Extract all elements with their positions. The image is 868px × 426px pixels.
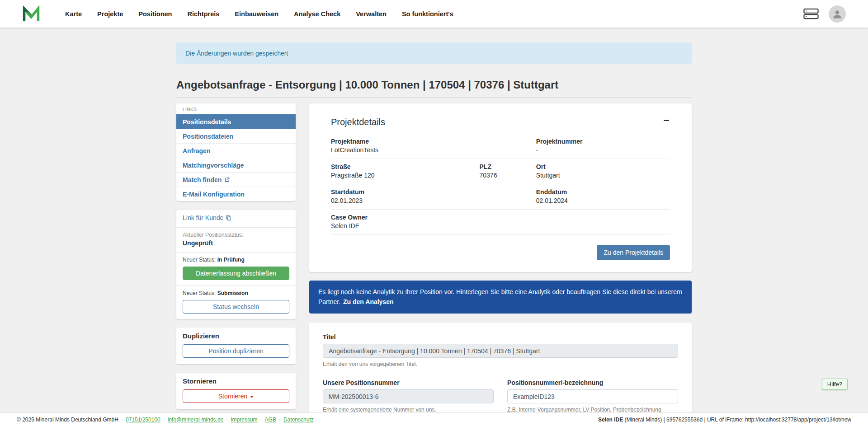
separator-dot: · (226, 417, 228, 423)
main-nav: Karte Projekte Positionen Richtpreis Ein… (57, 10, 461, 18)
duplicate-position-button[interactable]: Position duplizieren (183, 344, 289, 358)
main-content: Die Änderungen wurden gespeichert Angebo… (0, 42, 868, 426)
nav-item-positionen[interactable]: Positionen (131, 10, 179, 18)
sidebar-links-card: LINKS Positionsdetails Positionsdateien … (176, 103, 296, 201)
sidebar-item-positionsdateien[interactable]: Positionsdateien (176, 129, 296, 143)
position-number-label: Unsere Positionsnummer (323, 379, 494, 386)
complete-data-entry-button[interactable]: Datenerfassung abschließen (183, 267, 289, 280)
navbar-right (803, 5, 846, 23)
sidebar-item-match-finden[interactable]: Match finden (176, 172, 296, 187)
sidebar-item-anfragen[interactable]: Anfragen (176, 143, 296, 158)
strasse-value: Pragstraße 120 (331, 172, 480, 179)
external-link-icon (224, 177, 230, 183)
nav-item-so-funktionierts[interactable]: So funktioniert's (394, 10, 461, 18)
switch-status-button[interactable]: Status wechseln (183, 300, 289, 314)
new-status-value: In Prüfung (217, 257, 245, 263)
new-status-line: Neuer Status: In Prüfung (183, 257, 289, 263)
titel-input (323, 344, 678, 358)
project-details-button[interactable]: Zu den Projektdetails (597, 245, 670, 260)
nav-item-analyse-check[interactable]: Analyse Check (286, 10, 348, 18)
logo-icon (22, 5, 40, 22)
main-column: Projektdetails Projektname LotCreationTe… (309, 103, 692, 426)
page-title: Angebotsanfrage - Entsorgung | 10.000 To… (176, 79, 692, 98)
copy-icon (226, 215, 231, 221)
startdatum-label: Startdatum (331, 188, 536, 196)
project-details-title: Projektdetails (331, 117, 385, 127)
new-status-line: Neuer Status: Submission (183, 290, 289, 296)
projektnummer-label: Projektnummer (536, 138, 670, 145)
plz-label: PLZ (480, 163, 536, 170)
user-avatar[interactable] (829, 5, 846, 23)
titel-help: Erhält den von uns vorgegebenen Titel. (323, 361, 678, 367)
cancel-dropdown-button[interactable]: Stornieren (183, 389, 289, 403)
project-details-card: Projektdetails Projektname LotCreationTe… (309, 103, 692, 272)
help-button[interactable]: Hilfe? (822, 379, 848, 390)
sidebar: LINKS Positionsdetails Positionsdateien … (176, 103, 296, 418)
separator-dot: · (279, 417, 281, 423)
case-owner-value: Selen IDE (331, 222, 536, 229)
top-navbar: Karte Projekte Positionen Richtpreis Ein… (0, 0, 868, 28)
cancel-button-label: Stornieren (218, 393, 248, 400)
detail-row: Startdatum 02.01.2023 Enddatum 02.01.202… (331, 184, 670, 210)
projektname-label: Projektname (331, 138, 536, 145)
customer-link-label: Link für Kunde (183, 214, 223, 221)
nav-item-richtpreis[interactable]: Richtpreis (179, 10, 227, 18)
ort-label: Ort (536, 163, 670, 170)
plz-value: 70376 (480, 172, 536, 179)
analytics-link[interactable]: Zu den Analysen (343, 298, 394, 305)
nav-item-karte[interactable]: Karte (57, 10, 90, 18)
case-owner-label: Case Owner (331, 214, 536, 221)
footer-phone-link[interactable]: 07151/250100 (126, 417, 160, 423)
detail-row: Straße Pragstraße 120 PLZ 70376 Ort Stut… (331, 159, 670, 184)
projektnummer-value: - (536, 146, 670, 154)
sidebar-item-matchingvorschlaege[interactable]: Matchingvorschläge (176, 158, 296, 172)
nav-item-verwalten[interactable]: Verwalten (348, 10, 394, 18)
nav-item-einbauweisen[interactable]: Einbauweisen (227, 10, 286, 18)
footer-datenschutz-link[interactable]: Datenschutz (283, 417, 314, 423)
separator-dot: · (163, 417, 165, 423)
enddatum-label: Enddatum (536, 188, 670, 196)
custom-number-label: Positionsnummer/-bezeichnung (507, 379, 678, 386)
footer-agb-link[interactable]: AGB (265, 417, 276, 423)
custom-number-input[interactable] (507, 389, 678, 403)
footer-session-info: Selen IDE (Mineral Minds) | 69576255536d… (598, 417, 851, 423)
current-status-label: Aktueller Positionsstatus: (183, 232, 289, 238)
duplicate-card: Duplizieren Position duplizieren (176, 328, 296, 364)
projektname-value: LotCreationTests (331, 146, 536, 154)
footer-impressum-link[interactable]: Impressum (231, 417, 257, 423)
collapse-button[interactable] (663, 117, 670, 124)
links-header: LINKS (176, 103, 296, 114)
analytics-banner: Es liegt noch keine Analytik zu Ihrer Po… (309, 281, 692, 314)
titel-label: Titel (323, 333, 678, 341)
new-status-value: Submission (217, 290, 248, 296)
footer-email-link[interactable]: info@mineral-minds.de (168, 417, 224, 423)
caret-down-icon (250, 396, 254, 398)
footer-left: © 2025 Mineral Minds Deutschland GmbH · … (17, 417, 314, 423)
detail-row: Case Owner Selen IDE (331, 210, 670, 235)
footer: © 2025 Mineral Minds Deutschland GmbH · … (0, 412, 868, 426)
sidebar-item-positionsdetails[interactable]: Positionsdetails (176, 114, 296, 129)
server-rack-icon[interactable] (803, 8, 819, 19)
sidebar-item-email-konfiguration[interactable]: E-Mail Konfiguration (176, 187, 296, 201)
ort-value: Stuttgart (536, 172, 670, 179)
separator-dot: · (121, 417, 123, 423)
nav-item-projekte[interactable]: Projekte (90, 10, 131, 18)
enddatum-value: 02.01.2024 (536, 197, 670, 204)
sidebar-item-label: Match finden (183, 176, 222, 183)
cancel-card: Stornieren Stornieren (176, 373, 296, 409)
position-form-card: Titel Erhält den von uns vorgegebenen Ti… (309, 323, 692, 426)
position-number-input (323, 389, 494, 403)
startdatum-value: 02.01.2023 (331, 197, 536, 204)
footer-user: Selen IDE (598, 417, 623, 423)
current-status-value: Ungeprüft (183, 239, 289, 247)
new-status-label: Neuer Status: (183, 290, 216, 296)
cancel-heading: Stornieren (183, 377, 289, 385)
person-icon (832, 9, 843, 19)
customer-link[interactable]: Link für Kunde (183, 214, 231, 221)
strasse-label: Straße (331, 163, 480, 170)
mineral-minds-logo[interactable] (22, 5, 40, 22)
footer-session-rest: (Mineral Minds) | 69576255536d | URL of … (623, 417, 851, 423)
detail-row: Projektname LotCreationTests Projektnumm… (331, 134, 670, 159)
new-status-label: Neuer Status: (183, 257, 216, 263)
minus-icon (664, 120, 669, 121)
